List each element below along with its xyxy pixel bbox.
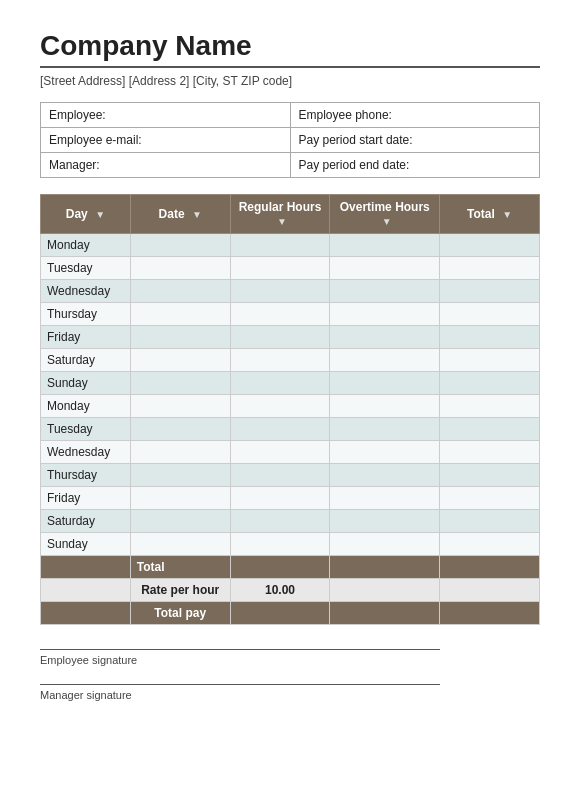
manager-signature-block: Manager signature [40, 684, 540, 701]
total-cell[interactable] [440, 372, 540, 395]
day-dropdown-icon[interactable]: ▼ [95, 209, 105, 220]
rate-empty2 [330, 579, 440, 602]
total-cell[interactable] [440, 326, 540, 349]
date-cell[interactable] [130, 257, 230, 280]
date-cell[interactable] [130, 372, 230, 395]
manager-signature-label: Manager signature [40, 689, 540, 701]
table-row: Tuesday [41, 418, 540, 441]
date-cell[interactable] [130, 234, 230, 257]
day-cell: Thursday [41, 303, 131, 326]
total-cell[interactable] [440, 257, 540, 280]
header-total[interactable]: Total ▼ [440, 195, 540, 234]
company-address: [Street Address] [Address 2] [City, ST Z… [40, 74, 540, 88]
date-dropdown-icon[interactable]: ▼ [192, 209, 202, 220]
overtime-hours-cell[interactable] [330, 464, 440, 487]
table-row: Monday [41, 234, 540, 257]
overtime-hours-cell[interactable] [330, 372, 440, 395]
overtime-hours-cell[interactable] [330, 395, 440, 418]
date-cell[interactable] [130, 464, 230, 487]
date-cell[interactable] [130, 487, 230, 510]
rate-value-cell[interactable]: 10.00 [230, 579, 330, 602]
info-table: Employee: Employee phone: Employee e-mai… [40, 102, 540, 178]
total-cell[interactable] [440, 487, 540, 510]
total-cell[interactable] [440, 395, 540, 418]
header-day[interactable]: Day ▼ [41, 195, 131, 234]
overtime-hours-cell[interactable] [330, 257, 440, 280]
overtime-hours-cell[interactable] [330, 510, 440, 533]
regular-hours-cell[interactable] [230, 257, 330, 280]
regular-hours-cell[interactable] [230, 372, 330, 395]
total-cell[interactable] [440, 234, 540, 257]
day-cell: Wednesday [41, 280, 131, 303]
date-cell[interactable] [130, 395, 230, 418]
total-cell[interactable] [440, 441, 540, 464]
header-overtime-hours[interactable]: Overtime Hours ▼ [330, 195, 440, 234]
header-regular-hours[interactable]: Regular Hours ▼ [230, 195, 330, 234]
totalpay-label-cell: Total pay [130, 602, 230, 625]
regular-hours-cell[interactable] [230, 349, 330, 372]
regular-hours-cell[interactable] [230, 533, 330, 556]
employee-signature-label: Employee signature [40, 654, 540, 666]
header-date[interactable]: Date ▼ [130, 195, 230, 234]
overtime-hours-dropdown-icon[interactable]: ▼ [382, 216, 392, 227]
table-row: Friday [41, 487, 540, 510]
total-reg-cell [230, 556, 330, 579]
regular-hours-cell[interactable] [230, 510, 330, 533]
total-dropdown-icon[interactable]: ▼ [502, 209, 512, 220]
overtime-hours-cell[interactable] [330, 533, 440, 556]
table-row: Friday [41, 326, 540, 349]
total-cell[interactable] [440, 464, 540, 487]
regular-hours-cell[interactable] [230, 303, 330, 326]
overtime-hours-cell[interactable] [330, 418, 440, 441]
rate-row: Rate per hour 10.00 [41, 579, 540, 602]
day-cell: Thursday [41, 464, 131, 487]
total-cell[interactable] [440, 418, 540, 441]
date-cell[interactable] [130, 418, 230, 441]
overtime-hours-cell[interactable] [330, 234, 440, 257]
date-cell[interactable] [130, 510, 230, 533]
employee-signature-block: Employee signature [40, 649, 540, 666]
day-cell: Tuesday [41, 418, 131, 441]
overtime-hours-cell[interactable] [330, 441, 440, 464]
employee-phone-label: Employee phone: [290, 103, 540, 128]
overtime-hours-cell[interactable] [330, 280, 440, 303]
regular-hours-cell[interactable] [230, 418, 330, 441]
regular-hours-cell[interactable] [230, 464, 330, 487]
total-cell[interactable] [440, 510, 540, 533]
day-cell: Monday [41, 395, 131, 418]
date-cell[interactable] [130, 441, 230, 464]
overtime-hours-cell[interactable] [330, 487, 440, 510]
regular-hours-cell[interactable] [230, 441, 330, 464]
total-cell[interactable] [440, 303, 540, 326]
regular-hours-dropdown-icon[interactable]: ▼ [277, 216, 287, 227]
total-ot-cell [330, 556, 440, 579]
rate-label-cell: Rate per hour [130, 579, 230, 602]
total-cell[interactable] [440, 533, 540, 556]
total-day-cell [41, 556, 131, 579]
rate-empty1 [41, 579, 131, 602]
timesheet-table: Day ▼ Date ▼ Regular Hours ▼ Overtime Ho… [40, 194, 540, 625]
total-label-cell: Total [130, 556, 230, 579]
regular-hours-cell[interactable] [230, 234, 330, 257]
total-cell[interactable] [440, 349, 540, 372]
total-row: Total [41, 556, 540, 579]
date-cell[interactable] [130, 349, 230, 372]
pay-period-start-label: Pay period start date: [290, 128, 540, 153]
table-row: Wednesday [41, 441, 540, 464]
regular-hours-cell[interactable] [230, 487, 330, 510]
date-cell[interactable] [130, 326, 230, 349]
regular-hours-cell[interactable] [230, 395, 330, 418]
date-cell[interactable] [130, 533, 230, 556]
date-cell[interactable] [130, 303, 230, 326]
overtime-hours-cell[interactable] [330, 326, 440, 349]
table-row: Thursday [41, 464, 540, 487]
day-cell: Saturday [41, 349, 131, 372]
overtime-hours-cell[interactable] [330, 349, 440, 372]
regular-hours-cell[interactable] [230, 280, 330, 303]
overtime-hours-cell[interactable] [330, 303, 440, 326]
day-cell: Sunday [41, 372, 131, 395]
total-cell[interactable] [440, 280, 540, 303]
total-total-cell [440, 556, 540, 579]
regular-hours-cell[interactable] [230, 326, 330, 349]
date-cell[interactable] [130, 280, 230, 303]
